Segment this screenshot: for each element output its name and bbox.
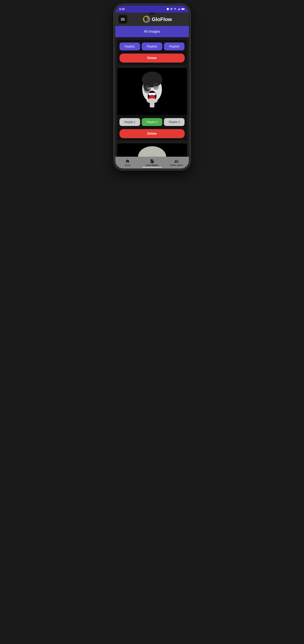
scroll-area[interactable]: Playlist1 Playlist2 Playlist3 Delete	[115, 37, 189, 160]
card1-playlist1-button[interactable]: Playlist1	[120, 42, 140, 50]
nav-local-gallery-label: Local Galery	[146, 164, 158, 166]
svg-rect-3	[178, 9, 179, 10]
online-gallery-icon	[174, 159, 179, 164]
card2-playlist2-button[interactable]: Playlist 2	[142, 118, 162, 126]
shield-icon	[166, 8, 169, 10]
image-card-1: Playlist1 Playlist2 Playlist3 Delete	[117, 39, 187, 66]
home-icon	[125, 159, 130, 164]
svg-point-17	[153, 83, 159, 90]
card2-delete-button[interactable]: Delete	[120, 129, 185, 138]
card2-playlist3-button[interactable]: Playlist 3	[164, 118, 184, 126]
app-header: GloFlow	[115, 12, 189, 26]
all-images-button[interactable]: All Images	[115, 26, 189, 37]
card1-playlist-buttons: Playlist1 Playlist2 Playlist3	[117, 39, 187, 52]
card2-playlist-buttons: Playlist 1 Playlist 2 Playlist 3	[117, 115, 187, 128]
card1-playlist2-button[interactable]: Playlist2	[142, 42, 162, 50]
svg-rect-4	[179, 8, 179, 10]
card2-image	[117, 68, 187, 115]
nav-home[interactable]: Home	[115, 158, 140, 168]
svg-rect-1	[171, 9, 172, 10]
phone-frame: 3:15	[114, 4, 190, 170]
nav-local-gallery[interactable]: Local Galery	[140, 158, 164, 168]
nav-online-gallery-label: Online Galery	[170, 164, 183, 166]
card1-delete-button[interactable]: Delete	[120, 54, 185, 62]
nav-home-label: Home	[125, 164, 130, 166]
card1-playlist3-button[interactable]: Playlist3	[164, 42, 184, 50]
home-indicator	[142, 167, 162, 168]
wifi-icon	[173, 8, 177, 10]
image-card-2: Playlist 1 Playlist 2 Playlist 3 Delete	[117, 68, 187, 141]
svg-rect-7	[184, 9, 185, 10]
card2-playlist1-button[interactable]: Playlist 1	[120, 118, 140, 126]
horror-face-1-svg	[136, 70, 168, 113]
nav-online-gallery[interactable]: Online Galery	[164, 158, 189, 168]
svg-rect-2	[178, 10, 178, 10]
menu-button[interactable]	[119, 15, 127, 24]
bottom-nav: Home Local Galery Online Galery	[115, 157, 189, 168]
notch	[149, 12, 155, 14]
local-gallery-icon	[150, 159, 154, 164]
battery-icon	[181, 8, 185, 10]
svg-rect-5	[180, 8, 180, 10]
status-bar: 3:15	[115, 6, 189, 12]
status-time: 3:15	[119, 8, 125, 11]
status-icons	[166, 8, 185, 10]
logo-text: GloFlow	[152, 16, 172, 22]
sim-icon	[170, 8, 172, 10]
signal-icon	[178, 8, 180, 10]
logo-area: GloFlow	[130, 16, 186, 23]
svg-rect-8	[181, 8, 184, 10]
logo-icon	[143, 16, 150, 23]
